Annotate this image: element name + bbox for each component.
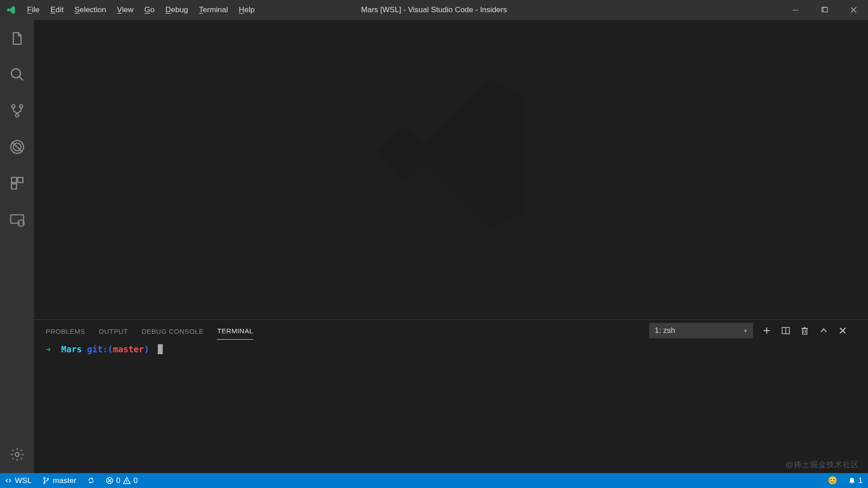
- panel-actions: 1: zsh ▼: [649, 323, 856, 338]
- panel-tab-problems[interactable]: PROBLEMS: [46, 322, 85, 340]
- image-watermark: @稀土掘金技术社区: [786, 460, 859, 470]
- menu-debug[interactable]: Debug: [160, 0, 193, 20]
- svg-point-8: [19, 105, 22, 108]
- status-warnings-count: 0: [133, 476, 137, 485]
- status-remote-label: WSL: [15, 476, 32, 485]
- svg-rect-23: [802, 329, 807, 334]
- dropdown-caret-icon: ▼: [743, 328, 748, 333]
- prompt-cwd: Mars: [61, 344, 82, 354]
- menu-terminal[interactable]: Terminal: [193, 0, 233, 20]
- close-button[interactable]: [839, 0, 868, 20]
- activity-debug-icon[interactable]: [0, 133, 34, 161]
- status-remote[interactable]: WSL: [0, 473, 37, 488]
- window-title: Mars [WSL] - Visual Studio Code - Inside…: [361, 5, 507, 14]
- menu-go[interactable]: Go: [139, 0, 160, 20]
- prompt-branch: master: [113, 344, 144, 354]
- activity-explorer-icon[interactable]: [0, 24, 34, 52]
- svg-point-31: [43, 482, 45, 483]
- status-bar: WSL master 0 0 😊 1: [0, 473, 868, 488]
- terminal-shell-label: 1: zsh: [655, 326, 675, 335]
- svg-point-7: [11, 105, 14, 108]
- menu-selection[interactable]: Selection: [69, 0, 112, 20]
- svg-point-38: [127, 482, 127, 483]
- remote-icon: [5, 477, 12, 484]
- prompt-paren-close: ): [144, 344, 149, 354]
- terminal-new-button[interactable]: [761, 325, 772, 336]
- terminal-shell-dropdown[interactable]: 1: zsh ▼: [649, 323, 753, 338]
- svg-point-30: [43, 478, 45, 479]
- svg-line-6: [19, 76, 23, 81]
- status-errors[interactable]: 0 0: [100, 473, 143, 488]
- prompt-git-prefix: git:: [87, 344, 108, 354]
- status-notifications[interactable]: 1: [843, 473, 868, 488]
- terminal-split-button[interactable]: [780, 325, 791, 336]
- maximize-button[interactable]: [810, 0, 839, 20]
- sync-icon: [87, 477, 95, 484]
- menu-view[interactable]: View: [112, 0, 139, 20]
- status-errors-count: 0: [116, 476, 120, 485]
- activity-extensions-icon[interactable]: [0, 169, 34, 197]
- menu-file[interactable]: File: [22, 0, 45, 20]
- status-branch-label: master: [53, 476, 76, 485]
- panel-tabs: PROBLEMS OUTPUT DEBUG CONSOLE TERMINAL 1…: [34, 320, 868, 341]
- bell-icon: [848, 477, 856, 484]
- prompt-arrow: ➜: [46, 344, 51, 354]
- editor-area: [34, 20, 868, 319]
- svg-point-9: [15, 114, 19, 117]
- panel-tab-debug-console[interactable]: DEBUG CONSOLE: [142, 322, 203, 340]
- menu-bar: File Edit Selection View Go Debug Termin…: [22, 0, 260, 20]
- terminal-kill-button[interactable]: [799, 325, 810, 336]
- terminal-body[interactable]: ➜ Mars git:(master): [34, 341, 868, 473]
- panel-tab-terminal[interactable]: TERMINAL: [217, 322, 253, 340]
- svg-point-5: [11, 69, 20, 78]
- panel-maximize-button[interactable]: [818, 325, 829, 336]
- app-logo-icon: [4, 5, 18, 15]
- svg-point-32: [47, 478, 48, 479]
- status-branch[interactable]: master: [37, 473, 82, 488]
- panel-tab-output[interactable]: OUTPUT: [99, 322, 128, 340]
- svg-rect-15: [11, 184, 16, 189]
- menu-help[interactable]: Help: [233, 0, 260, 20]
- git-branch-icon: [42, 477, 50, 484]
- prompt-paren-open: (: [108, 344, 113, 354]
- activity-bar: [0, 20, 34, 473]
- vscode-watermark-icon: [356, 59, 546, 251]
- feedback-smiley-icon: 😊: [828, 476, 837, 485]
- svg-rect-0: [793, 10, 798, 10]
- activity-settings-gear-icon[interactable]: [0, 441, 34, 469]
- status-feedback[interactable]: 😊: [822, 473, 843, 488]
- activity-remote-explorer-icon[interactable]: [0, 205, 34, 233]
- title-bar: File Edit Selection View Go Debug Termin…: [0, 0, 868, 20]
- status-notifications-count: 1: [859, 476, 863, 485]
- activity-scm-icon[interactable]: [0, 97, 34, 125]
- terminal-cursor: [158, 344, 163, 354]
- minimize-button[interactable]: [781, 0, 810, 20]
- svg-rect-14: [18, 177, 23, 182]
- svg-point-18: [15, 453, 19, 457]
- activity-search-icon[interactable]: [0, 61, 34, 89]
- error-icon: [106, 477, 113, 484]
- svg-rect-13: [11, 177, 16, 182]
- panel-close-button[interactable]: [837, 325, 848, 336]
- warning-icon: [123, 477, 131, 484]
- panel: PROBLEMS OUTPUT DEBUG CONSOLE TERMINAL 1…: [34, 319, 868, 473]
- window-controls: [781, 0, 868, 20]
- menu-edit[interactable]: Edit: [45, 0, 69, 20]
- status-sync[interactable]: [82, 473, 100, 488]
- svg-rect-2: [823, 8, 828, 12]
